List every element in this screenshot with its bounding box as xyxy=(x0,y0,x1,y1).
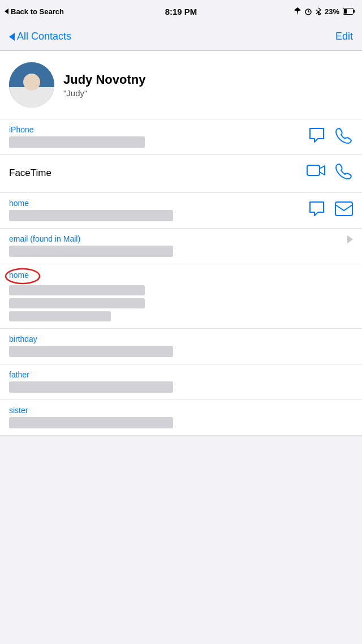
iphone-label: iPhone xyxy=(9,125,308,134)
facetime-video-icon[interactable] xyxy=(307,164,326,178)
status-left: Back to Search xyxy=(5,7,64,16)
email-found-right xyxy=(347,234,353,243)
iphone-value-bar xyxy=(9,136,145,148)
avatar-image xyxy=(9,62,54,108)
father-label: father xyxy=(9,370,353,379)
status-time: 8:19 PM xyxy=(165,7,197,16)
nav-bar: All Contacts Edit xyxy=(0,23,362,51)
svg-rect-7 xyxy=(335,202,352,216)
location-icon xyxy=(294,7,301,15)
back-button[interactable]: All Contacts xyxy=(9,31,71,42)
avatar-body xyxy=(15,91,49,108)
contact-header: Judy Novotny "Judy" xyxy=(0,51,362,119)
facetime-field-group: FaceTime xyxy=(0,155,362,193)
iphone-field-row: iPhone xyxy=(9,125,353,148)
alarm-icon xyxy=(304,7,312,15)
avatar-head xyxy=(23,74,40,91)
facetime-label: FaceTime xyxy=(9,161,307,186)
home-address-block xyxy=(9,285,353,321)
home-phone-icons xyxy=(308,199,353,218)
home-message-icon[interactable] xyxy=(308,200,326,218)
father-value-bar xyxy=(9,381,173,393)
home-address-label: home xyxy=(9,271,29,280)
contact-name: Judy Novotny xyxy=(63,72,353,87)
svg-rect-4 xyxy=(344,9,347,14)
home-address-line2 xyxy=(9,298,145,308)
sister-value-bar xyxy=(9,417,173,428)
back-arrow-icon xyxy=(5,8,8,14)
father-field-group: father xyxy=(0,364,362,400)
iphone-field-left: iPhone xyxy=(9,125,308,148)
home-address-line1 xyxy=(9,285,145,295)
birthday-value-bar xyxy=(9,346,173,357)
battery-percent: 23% xyxy=(325,7,339,16)
facetime-icons xyxy=(307,161,353,180)
home-phone-field-group: home xyxy=(0,193,362,229)
email-found-value-bar xyxy=(9,246,173,257)
iphone-field-group: iPhone xyxy=(0,119,362,155)
back-label: All Contacts xyxy=(17,31,71,42)
iphone-icons xyxy=(308,125,353,144)
edit-button[interactable]: Edit xyxy=(335,31,353,42)
sister-field-group: sister xyxy=(0,400,362,436)
avatar xyxy=(9,62,54,108)
iphone-phone-icon[interactable] xyxy=(335,126,353,144)
email-found-chevron-icon xyxy=(347,235,353,243)
email-found-field-group: email (found in Mail) xyxy=(0,229,362,264)
home-address-field-group: home xyxy=(0,264,362,329)
facetime-field-row: FaceTime xyxy=(9,161,353,186)
facetime-field-left: FaceTime xyxy=(9,161,307,186)
bluetooth-icon xyxy=(316,7,321,15)
birthday-label: birthday xyxy=(9,334,353,344)
home-address-line3 xyxy=(9,311,111,321)
home-phone-field-left: home xyxy=(9,199,308,221)
birthday-field-group: birthday xyxy=(0,329,362,364)
svg-rect-5 xyxy=(354,10,355,13)
home-address-label-container: home xyxy=(9,271,29,280)
home-phone-field-row: home xyxy=(9,199,353,221)
battery-icon xyxy=(343,8,355,15)
email-found-label: email (found in Mail) xyxy=(9,234,347,243)
svg-rect-6 xyxy=(307,165,320,175)
status-right: 23% xyxy=(294,7,355,16)
facetime-phone-icon[interactable] xyxy=(335,162,353,180)
email-found-field-left: email (found in Mail) xyxy=(9,234,347,257)
home-address-field-left: home xyxy=(9,270,353,321)
home-phone-label: home xyxy=(9,199,308,208)
email-found-field-row: email (found in Mail) xyxy=(9,234,353,257)
sister-label: sister xyxy=(9,406,353,415)
back-chevron-icon xyxy=(9,33,15,41)
status-bar: Back to Search 8:19 PM 23% xyxy=(0,0,362,23)
contact-info: Judy Novotny "Judy" xyxy=(63,72,353,98)
home-mail-icon[interactable] xyxy=(335,201,353,216)
iphone-message-icon[interactable] xyxy=(308,126,326,144)
contact-nickname: "Judy" xyxy=(63,88,353,98)
home-address-field-row: home xyxy=(9,270,353,321)
home-phone-value-bar xyxy=(9,210,173,221)
back-to-search-label: Back to Search xyxy=(11,7,64,16)
